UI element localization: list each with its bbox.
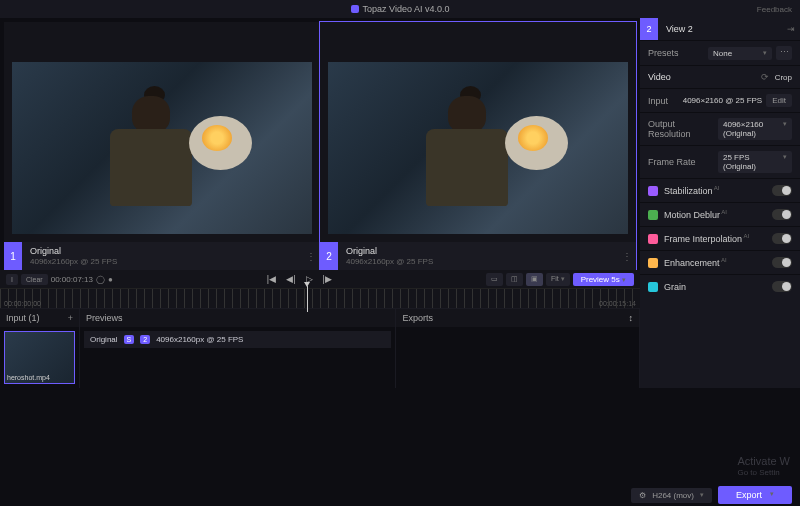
view-2-meta: 4096x2160px @ 25 FPS [346,257,618,266]
framerate-select[interactable]: 25 FPS (Original)▾ [718,151,792,173]
windows-watermark: Activate W Go to Settin [737,455,790,478]
view-1[interactable]: 1 Original 4096x2160px @ 25 FPS ⋮ [4,22,320,270]
deblur-toggle[interactable] [772,209,792,220]
edit-input-button[interactable]: Edit [766,94,792,107]
stabilization-icon [648,186,658,196]
footer-bar: ⚙ H264 (mov) ▾ Export▾ [623,484,800,506]
add-input-icon[interactable]: + [68,313,73,323]
reload-icon[interactable]: ⟳ [761,72,769,82]
preview-button[interactable]: Preview 5s ▾ [573,273,634,286]
video-section-label: Video [648,72,671,82]
input-filename: heroshot.mp4 [7,374,50,381]
timeline-ruler[interactable]: 00:00:00:00 00:00:15:14 [0,288,640,308]
enh-frame-interpolation[interactable]: Frame Interpolation AI [640,226,800,250]
view-2[interactable]: 2 Original 4096x2160px @ 25 FPS ⋮ [320,22,636,270]
interpolation-toggle[interactable] [772,233,792,244]
ruler-start-time: 00:00:00:00 [4,300,41,307]
app-logo-icon [351,5,359,13]
view-1-number: 1 [4,242,22,270]
gear-icon: ⚙ [639,491,646,500]
view-1-name: Original [30,246,302,256]
view-2-canvas [328,62,628,234]
previews-panel: Previews Original S 2 4096x2160px @ 25 F… [80,309,396,388]
enh-enhancement[interactable]: Enhancement AI [640,250,800,274]
settings-sidebar: 2 View 2 ⇥ Presets None▾ ⋯ Video ⟳ Crop … [640,18,800,388]
marker-fill-icon[interactable]: ● [108,275,113,284]
titlebar: Topaz Video AI v4.0.0 Feedback [0,0,800,18]
marker-dot-icon[interactable]: ◯ [96,275,105,284]
step-back-icon[interactable]: ◀| [286,274,295,284]
enhancement-icon [648,258,658,268]
feedback-link[interactable]: Feedback [757,5,792,14]
framerate-label: Frame Rate [648,157,712,167]
timeline-toolbar: I Clear 00:00:07:13 ◯ ● |◀ ◀| ▷ |▶ ▭ ◫ ▣… [0,270,640,288]
output-res-label: Output Resolution [648,119,712,139]
grain-icon [648,282,658,292]
exports-panel: Exports ↕ [396,309,640,388]
enh-motion-deblur[interactable]: Motion Deblur AI [640,202,800,226]
layout-a-icon[interactable]: ▭ [486,273,503,286]
sidebar-view-number: 2 [640,18,658,40]
view-1-meta: 4096x2160px @ 25 FPS [30,257,302,266]
preview-item-name: Original [90,335,118,344]
exports-sort-icon[interactable]: ↕ [629,313,634,323]
codec-select[interactable]: ⚙ H264 (mov) ▾ [631,488,712,503]
timecode-display: 00:00:07:13 [51,275,93,284]
input-res-value: 4096×2160 @ 25 FPS [683,96,763,105]
stabilization-toggle[interactable] [772,185,792,196]
view-1-canvas [12,62,312,234]
view-1-menu-icon[interactable]: ⋮ [302,251,320,262]
enhancement-toggle[interactable] [772,257,792,268]
preview-badge-2: 2 [140,335,150,344]
deblur-icon [648,210,658,220]
skip-back-icon[interactable]: |◀ [267,274,276,284]
crop-button[interactable]: Crop [775,73,792,82]
view-2-number: 2 [320,242,338,270]
previews-label: Previews [86,313,123,323]
view-2-name: Original [346,246,618,256]
presets-more-icon[interactable]: ⋯ [776,46,792,60]
sidebar-title: View 2 [658,24,782,34]
trim-button[interactable]: I [6,274,18,285]
input-thumbnail[interactable]: heroshot.mp4 [4,331,75,384]
presets-select[interactable]: None▾ [708,47,772,60]
export-button[interactable]: Export▾ [718,486,792,504]
layout-b-icon[interactable]: ◫ [506,273,523,286]
enh-grain[interactable]: Grain [640,274,800,298]
input-res-label: Input [648,96,683,106]
preview-item-meta: 4096x2160px @ 25 FPS [156,335,243,344]
preview-badge-s: S [124,335,135,344]
presets-label: Presets [648,48,702,58]
output-res-select[interactable]: 4096×2160 (Original)▾ [718,118,792,140]
ruler-end-time: 00:00:15:14 [599,300,636,307]
layout-c-icon[interactable]: ▣ [526,273,543,286]
input-panel: Input (1) + heroshot.mp4 [0,309,80,388]
grain-toggle[interactable] [772,281,792,292]
enh-stabilization[interactable]: Stabilization AI [640,178,800,202]
collapse-sidebar-icon[interactable]: ⇥ [782,24,800,34]
input-panel-label: Input (1) [6,313,40,323]
playhead[interactable] [307,286,308,312]
preview-row[interactable]: Original S 2 4096x2160px @ 25 FPS [84,331,391,348]
interpolation-icon [648,234,658,244]
view-2-menu-icon[interactable]: ⋮ [618,251,636,262]
exports-label: Exports [402,313,433,323]
clear-button[interactable]: Clear [21,274,48,285]
fit-select[interactable]: Fit ▾ [546,273,570,286]
step-forward-icon[interactable]: |▶ [323,274,332,284]
app-title: Topaz Video AI v4.0.0 [363,4,450,14]
